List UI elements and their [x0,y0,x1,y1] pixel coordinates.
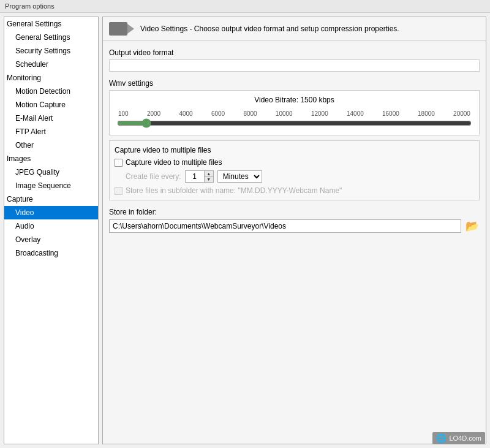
sidebar-item-overlay[interactable]: Overlay [4,233,98,246]
camera-icon [109,22,134,36]
main-window: Program options General SettingsGeneral … [0,0,490,448]
sidebar-item-general-settings[interactable]: General Settings [4,31,98,44]
wmv-settings-box: Video Bitrate: 1500 kbps 100200040006000… [109,90,480,135]
slider-container [115,118,474,130]
capture-checkbox[interactable] [115,159,123,167]
folder-row: 📂 [109,219,480,233]
slider-tick-8000: 8000 [243,110,257,117]
spin-up-button[interactable]: ▲ [205,171,213,177]
subfolder-row: Store files in subfolder with name: "MM.… [115,186,474,195]
sidebar-item-audio[interactable]: Audio [4,219,98,233]
sidebar-item-motion-detection[interactable]: Motion Detection [4,85,98,98]
sidebar-item-security-settings[interactable]: Security Settings [4,44,98,58]
folder-open-icon: 📂 [466,219,479,233]
sidebar-item-motion-capture[interactable]: Motion Capture [4,98,98,112]
spinner-buttons: ▲ ▼ [204,171,213,182]
folder-browse-button[interactable]: 📂 [465,219,480,233]
slider-scale: 1002000400060008000100001200014000160001… [115,110,474,117]
folder-path-input[interactable] [109,219,461,233]
slider-tick-10000: 10000 [276,110,293,117]
panel-title: Video Settings - Choose output video for… [140,25,399,33]
capture-section: Capture video to multiple files Capture … [109,140,480,200]
sidebar-item-other[interactable]: Other [4,139,98,152]
slider-tick-14000: 14000 [347,110,364,117]
sidebar-group-images: Images [4,152,98,165]
sidebar-item-scheduler[interactable]: Scheduler [4,58,98,71]
create-file-input[interactable] [186,171,204,182]
wmv-settings-label: Wmv settings [109,79,480,88]
slider-tick-4000: 4000 [179,110,192,117]
slider-tick-12000: 12000 [311,110,328,117]
create-file-row: Create file every: ▲ ▼ Minutes [115,170,474,183]
time-unit-dropdown[interactable]: Minutes [217,170,262,183]
slider-tick-20000: 20000 [453,110,470,117]
main-panel: Video Settings - Choose output video for… [102,17,486,444]
slider-tick-18000: 18000 [418,110,435,117]
sidebar-item-jpeg-quality[interactable]: JPEG Quality [4,165,98,179]
capture-checkbox-row: Capture video to multiple files [115,158,474,167]
content-area: General SettingsGeneral SettingsSecurity… [0,13,490,448]
window-title: Program options [5,2,55,10]
panel-header: Video Settings - Choose output video for… [103,17,486,41]
capture-section-title: Capture video to multiple files [115,146,474,154]
sidebar-item-ftp-alert[interactable]: FTP Alert [4,125,98,139]
subfolder-checkbox[interactable] [115,187,123,195]
watermark: 🌐 LO4D.com [432,432,485,444]
bitrate-label: Video Bitrate: 1500 kbps [115,96,474,104]
spin-down-button[interactable]: ▼ [205,177,213,182]
create-file-spinner: ▲ ▼ [185,170,214,183]
capture-checkbox-label: Capture video to multiple files [126,158,222,167]
camera-body [109,22,127,36]
title-bar: Program options [0,0,490,13]
sidebar-item-video[interactable]: Video [4,206,98,219]
sidebar-group-capture: Capture [4,192,98,206]
panel-body: Output video format Wmv settings Video B… [103,41,486,444]
sidebar-item-e-mail-alert[interactable]: E-Mail Alert [4,112,98,125]
slider-tick-16000: 16000 [382,110,399,117]
watermark-text: LO4D.com [449,435,481,442]
watermark-icon: 🌐 [436,433,447,443]
output-format-box [109,59,480,72]
bitrate-slider[interactable] [117,118,472,128]
slider-tick-6000: 6000 [211,110,225,117]
create-file-label: Create file every: [126,172,181,181]
sidebar-group-monitoring: Monitoring [4,71,98,85]
slider-tick-100: 100 [118,110,129,117]
store-folder-section: Store in folder: 📂 [109,208,480,233]
output-format-label: Output video format [109,48,480,57]
slider-tick-2000: 2000 [147,110,160,117]
sidebar: General SettingsGeneral SettingsSecurity… [4,17,99,444]
camera-lens-icon [127,24,134,34]
sidebar-item-broadcasting[interactable]: Broadcasting [4,246,98,260]
subfolder-label: Store files in subfolder with name: "MM.… [126,186,342,195]
sidebar-item-image-sequence[interactable]: Image Sequence [4,179,98,192]
store-folder-label: Store in folder: [109,208,480,216]
sidebar-group-general-settings: General Settings [4,17,98,31]
